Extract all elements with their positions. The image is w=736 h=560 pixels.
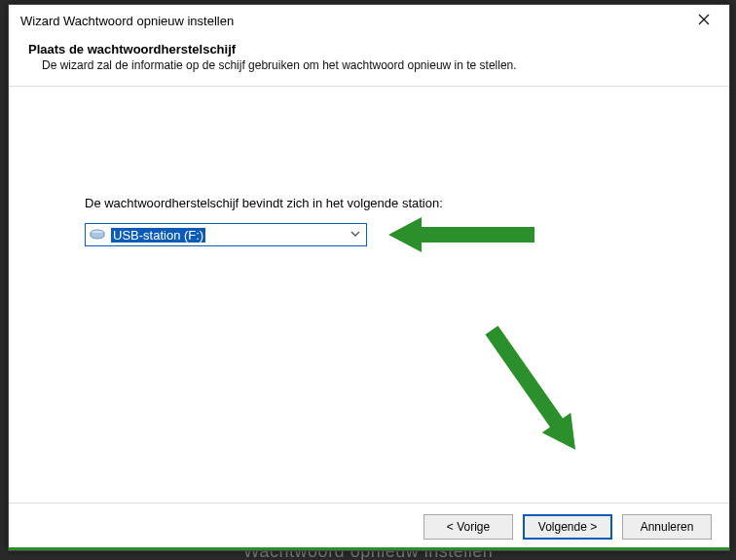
drive-prompt-label: De wachtwoordherstelschijf bevindt zich … [85, 196, 443, 210]
header-subtext: De wizard zal de informatie op de schijf… [28, 58, 710, 72]
cancel-button[interactable]: Annuleren [622, 514, 712, 540]
svg-marker-3 [388, 217, 534, 252]
drive-selected-text: USB-station (F:) [111, 228, 205, 243]
wizard-dialog: Wizard Wachtwoord opnieuw instellen Plaa… [8, 4, 730, 551]
header-heading: Plaats de wachtwoordherstelschijf [28, 42, 710, 56]
annotation-arrow-next [447, 320, 603, 515]
drive-selected-value: USB-station (F:) [90, 228, 205, 243]
drive-select[interactable]: USB-station (F:) [85, 223, 367, 246]
close-icon [698, 14, 710, 28]
chevron-down-icon [350, 228, 360, 242]
title-bar: Wizard Wachtwoord opnieuw instellen [9, 5, 729, 36]
wizard-header: Plaats de wachtwoordherstelschijf De wiz… [9, 36, 729, 87]
close-button[interactable] [684, 7, 723, 34]
window-title: Wizard Wachtwoord opnieuw instellen [20, 14, 234, 28]
next-button[interactable]: Volgende > [523, 514, 612, 540]
disk-icon [90, 229, 105, 241]
bottom-accent-bar [9, 547, 729, 550]
svg-marker-4 [477, 320, 590, 460]
back-button[interactable]: < Vorige [423, 514, 513, 540]
annotation-arrow-combo [388, 205, 544, 264]
wizard-footer: < Vorige Volgende > Annuleren [9, 503, 729, 550]
wizard-body: De wachtwoordherstelschijf bevindt zich … [9, 87, 729, 503]
